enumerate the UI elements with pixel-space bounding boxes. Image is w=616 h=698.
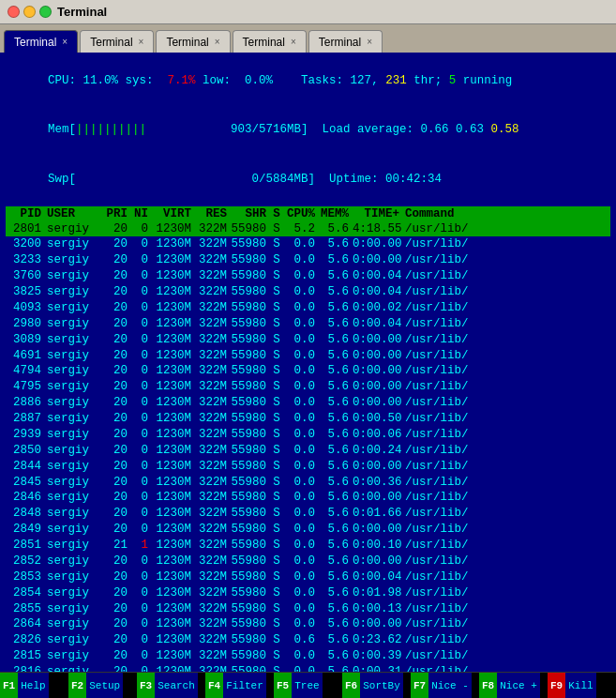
table-row[interactable]: 4093 sergiy 20 0 1230M 322M 55980 S 0.0 … — [6, 300, 610, 316]
tab-1[interactable]: Terminal × — [80, 30, 154, 53]
header-cmd: Command — [403, 207, 610, 220]
proc-shr: 55980 — [231, 490, 270, 506]
fn-key-F9[interactable]: F9 — [548, 673, 565, 698]
fn-key-F7[interactable]: F7 — [411, 673, 428, 698]
proc-ni: 0 — [131, 411, 152, 427]
table-row[interactable]: 2848 sergiy 20 0 1230M 322M 55980 S 0.0 … — [6, 506, 610, 522]
proc-ni: 0 — [131, 348, 152, 364]
fn-key-F4[interactable]: F4 — [205, 673, 223, 698]
tab-close-4[interactable]: × — [367, 37, 372, 47]
proc-virt: 1230M — [152, 348, 195, 364]
table-row[interactable]: 3089 sergiy 20 0 1230M 322M 55980 S 0.0 … — [6, 332, 610, 348]
tab-3[interactable]: Terminal × — [233, 30, 307, 53]
table-row[interactable]: 2815 sergiy 20 0 1230M 322M 55980 S 0.0 … — [6, 648, 610, 664]
header-mem: MEM% — [319, 207, 353, 220]
fn-key-F3[interactable]: F3 — [137, 673, 155, 698]
proc-shr: 55980 — [231, 395, 270, 411]
table-row[interactable]: 4794 sergiy 20 0 1230M 322M 55980 S 0.0 … — [6, 363, 610, 379]
table-row[interactable]: 2939 sergiy 20 0 1230M 322M 55980 S 0.0 … — [6, 427, 610, 443]
tab-0[interactable]: Terminal × — [4, 30, 78, 53]
table-row[interactable]: 4795 sergiy 20 0 1230M 322M 55980 S 0.0 … — [6, 379, 610, 395]
table-row[interactable]: 3760 sergiy 20 0 1230M 322M 55980 S 0.0 … — [6, 268, 610, 284]
close-button[interactable] — [8, 6, 20, 18]
tab-close-2[interactable]: × — [215, 37, 220, 47]
proc-ni: 0 — [131, 316, 152, 332]
proc-time: 0:01.66 — [353, 506, 403, 522]
proc-pri: 20 — [101, 268, 131, 284]
table-row[interactable]: 2886 sergiy 20 0 1230M 322M 55980 S 0.0 … — [6, 395, 610, 411]
table-row[interactable]: 2850 sergiy 20 0 1230M 322M 55980 S 0.0 … — [6, 443, 610, 459]
fn-item-0[interactable]: F1Help — [0, 673, 68, 698]
fn-key-F8[interactable]: F8 — [479, 673, 497, 698]
proc-pri: 20 — [101, 490, 131, 506]
fn-item-3[interactable]: F4Filter — [205, 673, 274, 698]
proc-shr: 55980 — [231, 459, 270, 475]
tab-4[interactable]: Terminal × — [308, 30, 383, 53]
proc-mem: 5.6 — [319, 379, 353, 395]
fn-label-F8: Nice + — [497, 673, 540, 698]
tab-close-3[interactable]: × — [291, 37, 296, 47]
minimize-button[interactable] — [23, 6, 36, 18]
proc-ni: 0 — [131, 632, 152, 648]
table-row[interactable]: 3825 sergiy 20 0 1230M 322M 55980 S 0.0 … — [6, 284, 610, 300]
fn-key-F6[interactable]: F6 — [342, 673, 360, 698]
proc-time: 0:00.00 — [353, 490, 403, 506]
table-row[interactable]: 2845 sergiy 20 0 1230M 322M 55980 S 0.0 … — [6, 475, 610, 491]
table-row[interactable]: 2801 sergiy 20 0 1230M 322M 55980 S 5.2 … — [6, 221, 610, 237]
fn-item-5[interactable]: F6SortBy — [342, 673, 411, 698]
fn-item-1[interactable]: F2Setup — [68, 673, 137, 698]
table-row[interactable]: 2853 sergiy 20 0 1230M 322M 55980 S 0.0 … — [6, 569, 610, 585]
table-row[interactable]: 2844 sergiy 20 0 1230M 322M 55980 S 0.0 … — [6, 459, 610, 475]
table-row[interactable]: 2852 sergiy 20 0 1230M 322M 55980 S 0.0 … — [6, 554, 610, 569]
proc-cmd: /usr/lib/ — [403, 554, 610, 569]
table-row[interactable]: 2980 sergiy 20 0 1230M 322M 55980 S 0.0 … — [6, 316, 610, 332]
table-row[interactable]: 2826 sergiy 20 0 1230M 322M 55980 S 0.6 … — [6, 632, 610, 648]
table-row[interactable]: 2887 sergiy 20 0 1230M 322M 55980 S 0.0 … — [6, 411, 610, 427]
proc-pid: 3825 — [6, 284, 45, 300]
fn-item-7[interactable]: F8Nice + — [479, 673, 548, 698]
proc-user: sergiy — [45, 554, 101, 569]
table-row[interactable]: 2816 sergiy 20 0 1230M 322M 55980 S 0.0 … — [6, 664, 610, 672]
proc-mem: 5.6 — [319, 252, 353, 268]
header-virt: VIRT — [152, 207, 195, 220]
proc-res: 322M — [195, 395, 231, 411]
proc-res: 322M — [195, 427, 231, 443]
proc-pri: 20 — [101, 522, 131, 538]
maximize-button[interactable] — [39, 6, 52, 18]
tab-close-1[interactable]: × — [139, 37, 144, 47]
proc-res: 322M — [195, 443, 231, 459]
table-row[interactable]: 3200 sergiy 20 0 1230M 322M 55980 S 0.0 … — [6, 236, 610, 252]
fn-key-F2[interactable]: F2 — [68, 673, 86, 698]
proc-cmd: /usr/lib/ — [403, 538, 610, 554]
proc-shr: 55980 — [231, 379, 270, 395]
tab-2[interactable]: Terminal × — [156, 30, 230, 53]
proc-mem: 5.6 — [319, 490, 353, 506]
proc-pid: 2848 — [6, 506, 45, 522]
table-row[interactable]: 2849 sergiy 20 0 1230M 322M 55980 S 0.0 … — [6, 522, 610, 538]
table-row[interactable]: 2846 sergiy 20 0 1230M 322M 55980 S 0.0 … — [6, 490, 610, 506]
table-row[interactable]: 4691 sergiy 20 0 1230M 322M 55980 S 0.0 … — [6, 348, 610, 364]
proc-res: 322M — [195, 379, 231, 395]
table-row[interactable]: 2855 sergiy 20 0 1230M 322M 55980 S 0.0 … — [6, 601, 610, 617]
proc-virt: 1230M — [152, 221, 195, 237]
fn-item-2[interactable]: F3Search — [137, 673, 205, 698]
proc-s: S — [270, 236, 283, 252]
table-row[interactable]: 2854 sergiy 20 0 1230M 322M 55980 S 0.0 … — [6, 585, 610, 601]
fn-item-4[interactable]: F5Tree — [274, 673, 342, 698]
proc-mem: 5.6 — [319, 268, 353, 284]
proc-pid: 2850 — [6, 443, 45, 459]
proc-shr: 55980 — [231, 443, 270, 459]
proc-res: 322M — [195, 268, 231, 284]
fn-item-6[interactable]: F7Nice - — [411, 673, 479, 698]
proc-cpu: 0.0 — [283, 648, 319, 664]
fn-item-8[interactable]: F9Kill — [548, 673, 616, 698]
table-row[interactable]: 2864 sergiy 20 0 1230M 322M 55980 S 0.0 … — [6, 616, 610, 632]
tab-close-0[interactable]: × — [62, 37, 68, 47]
proc-pid: 2851 — [6, 538, 45, 554]
fn-key-F5[interactable]: F5 — [274, 673, 292, 698]
fn-key-F1[interactable]: F1 — [0, 673, 18, 698]
table-row[interactable]: 2851 sergiy 21 1 1230M 322M 55980 S 0.0 … — [6, 538, 610, 554]
proc-pri: 20 — [101, 601, 131, 617]
proc-res: 322M — [195, 236, 231, 252]
table-row[interactable]: 3233 sergiy 20 0 1230M 322M 55980 S 0.0 … — [6, 252, 610, 268]
